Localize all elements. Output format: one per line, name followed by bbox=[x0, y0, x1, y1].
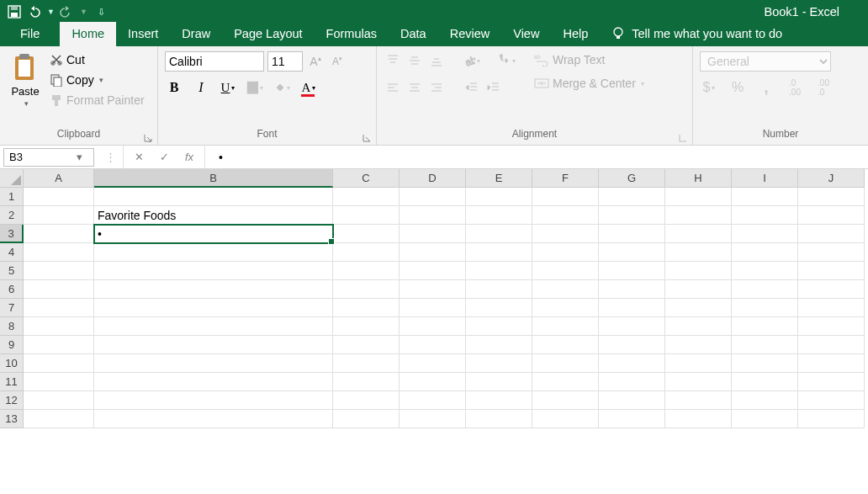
dialog-launcher-icon[interactable] bbox=[679, 134, 687, 142]
align-top-icon[interactable] bbox=[384, 51, 402, 70]
cell[interactable] bbox=[400, 336, 466, 354]
redo-icon[interactable] bbox=[60, 4, 75, 19]
cell[interactable]: Favorite Foods bbox=[94, 206, 333, 225]
underline-button[interactable]: U▾ bbox=[219, 78, 237, 97]
cell[interactable] bbox=[732, 336, 798, 354]
cell[interactable] bbox=[798, 336, 865, 354]
row-header[interactable]: 1 bbox=[0, 188, 24, 206]
cell[interactable] bbox=[466, 373, 532, 391]
cell[interactable] bbox=[532, 336, 599, 354]
cell[interactable] bbox=[333, 317, 400, 336]
cut-button[interactable]: Cut bbox=[47, 51, 147, 68]
cell[interactable] bbox=[732, 262, 798, 280]
cell[interactable] bbox=[599, 243, 665, 262]
cell[interactable] bbox=[333, 206, 400, 225]
cell[interactable] bbox=[466, 225, 532, 243]
row-header[interactable]: 2 bbox=[0, 206, 24, 225]
borders-button[interactable]: ▾ bbox=[246, 78, 264, 97]
cell[interactable] bbox=[94, 243, 333, 262]
cell[interactable] bbox=[732, 410, 798, 428]
cell[interactable] bbox=[532, 354, 599, 373]
tab-view[interactable]: View bbox=[501, 22, 551, 46]
fill-color-button[interactable]: ▾ bbox=[273, 78, 291, 97]
cell[interactable] bbox=[798, 410, 865, 428]
cell[interactable] bbox=[400, 280, 466, 299]
cell[interactable] bbox=[732, 243, 798, 262]
cell[interactable] bbox=[400, 188, 466, 206]
cell[interactable] bbox=[532, 299, 599, 317]
cell[interactable] bbox=[466, 188, 532, 206]
cell[interactable] bbox=[333, 299, 400, 317]
cell[interactable] bbox=[665, 243, 732, 262]
column-header[interactable]: I bbox=[732, 169, 798, 188]
cell[interactable] bbox=[732, 373, 798, 391]
cell[interactable] bbox=[400, 206, 466, 225]
cell[interactable] bbox=[333, 354, 400, 373]
cell[interactable] bbox=[798, 354, 865, 373]
cell[interactable]: • bbox=[94, 225, 333, 243]
cell[interactable] bbox=[665, 188, 732, 206]
cell[interactable] bbox=[532, 317, 599, 336]
cell[interactable] bbox=[466, 317, 532, 336]
cell[interactable] bbox=[798, 373, 865, 391]
cell[interactable] bbox=[732, 299, 798, 317]
cell[interactable] bbox=[665, 206, 732, 225]
column-header[interactable]: C bbox=[333, 169, 400, 188]
cell[interactable] bbox=[24, 280, 94, 299]
cell[interactable] bbox=[532, 391, 599, 410]
cell[interactable] bbox=[665, 373, 732, 391]
cell[interactable] bbox=[94, 299, 333, 317]
column-header[interactable]: A bbox=[24, 169, 94, 188]
cell[interactable] bbox=[400, 354, 466, 373]
tell-me[interactable]: Tell me what you want to do bbox=[600, 27, 794, 46]
column-header[interactable]: H bbox=[665, 169, 732, 188]
cell[interactable] bbox=[532, 373, 599, 391]
tab-data[interactable]: Data bbox=[389, 22, 438, 46]
cell[interactable] bbox=[24, 262, 94, 280]
cell[interactable] bbox=[798, 391, 865, 410]
cell[interactable] bbox=[400, 373, 466, 391]
wrap-text-button[interactable]: ab Wrap Text bbox=[532, 51, 647, 68]
cell[interactable] bbox=[599, 188, 665, 206]
cell[interactable] bbox=[599, 299, 665, 317]
cell[interactable] bbox=[532, 243, 599, 262]
cell[interactable] bbox=[333, 225, 400, 243]
cell[interactable] bbox=[798, 299, 865, 317]
cell[interactable] bbox=[532, 262, 599, 280]
cell[interactable] bbox=[466, 262, 532, 280]
cell[interactable] bbox=[400, 225, 466, 243]
cell[interactable] bbox=[466, 391, 532, 410]
align-left-icon[interactable] bbox=[384, 78, 402, 97]
spreadsheet-grid[interactable]: ABCDEFGHIJ12Favorite Foods3•456789101112… bbox=[0, 169, 868, 428]
fx-icon[interactable]: fx bbox=[183, 151, 196, 163]
row-header[interactable]: 3 bbox=[0, 225, 24, 243]
cell[interactable] bbox=[532, 188, 599, 206]
cell[interactable] bbox=[665, 299, 732, 317]
cell[interactable] bbox=[798, 206, 865, 225]
cell[interactable] bbox=[732, 206, 798, 225]
cell[interactable] bbox=[400, 262, 466, 280]
row-header[interactable]: 5 bbox=[0, 262, 24, 280]
name-box[interactable]: ▾ bbox=[3, 148, 94, 167]
caret-down-icon[interactable]: ▼ bbox=[80, 8, 87, 16]
tab-formulas[interactable]: Formulas bbox=[315, 22, 389, 46]
cell[interactable] bbox=[665, 391, 732, 410]
cell[interactable] bbox=[532, 410, 599, 428]
increase-font-icon[interactable]: A▴ bbox=[306, 52, 325, 71]
tab-insert[interactable]: Insert bbox=[116, 22, 170, 46]
cell[interactable] bbox=[94, 262, 333, 280]
cell[interactable] bbox=[466, 299, 532, 317]
cell[interactable] bbox=[599, 410, 665, 428]
cell[interactable] bbox=[400, 410, 466, 428]
column-header[interactable]: B bbox=[94, 169, 333, 188]
select-all-corner[interactable] bbox=[0, 169, 24, 188]
cell[interactable] bbox=[599, 373, 665, 391]
row-header[interactable]: 13 bbox=[0, 410, 24, 428]
cell[interactable] bbox=[24, 206, 94, 225]
cell[interactable] bbox=[532, 206, 599, 225]
increase-indent-icon[interactable] bbox=[484, 78, 503, 97]
cell[interactable] bbox=[798, 262, 865, 280]
cell[interactable] bbox=[732, 225, 798, 243]
cell[interactable] bbox=[400, 317, 466, 336]
cell[interactable] bbox=[665, 280, 732, 299]
